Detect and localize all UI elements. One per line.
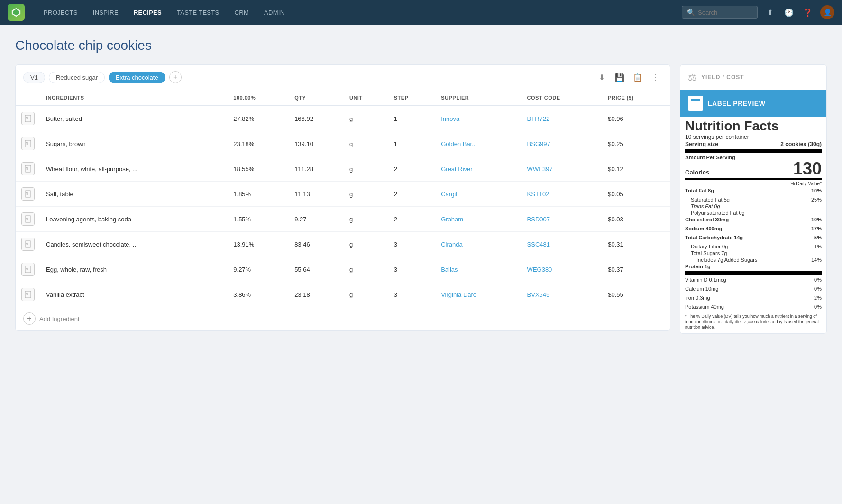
ingredient-supplier[interactable]: Ballas bbox=[435, 257, 521, 282]
svg-rect-19 bbox=[691, 101, 700, 101]
label-preview-title: LABEL PREVIEW bbox=[708, 100, 765, 107]
history-icon[interactable]: 🕐 bbox=[782, 6, 796, 19]
ingredient-unit: g bbox=[344, 282, 388, 307]
ingredient-price: $0.31 bbox=[602, 232, 670, 257]
ingredient-pct: 18.55% bbox=[228, 156, 289, 182]
ingredient-supplier[interactable]: Ciranda bbox=[435, 232, 521, 257]
ingredient-name: Butter, salted bbox=[40, 106, 228, 131]
upload-icon[interactable]: ⬆ bbox=[763, 6, 777, 19]
nf-serving-size-label: Serving size bbox=[685, 141, 718, 147]
nav-taste-tests[interactable]: TASTE TESTS bbox=[169, 0, 227, 25]
ingredient-qty: 139.10 bbox=[289, 131, 344, 156]
svg-rect-21 bbox=[691, 103, 697, 103]
nf-dv-header: % Daily Value* bbox=[685, 181, 822, 186]
ingredient-unit: g bbox=[344, 182, 388, 207]
svg-text:N: N bbox=[26, 142, 28, 145]
ingredient-cost-code[interactable]: SSC481 bbox=[522, 232, 603, 257]
ingredient-step: 3 bbox=[388, 282, 435, 307]
nav-recipes[interactable]: RECIPES bbox=[126, 0, 169, 25]
nf-rows-container: Total Fat 8g10%Saturated Fat 5g25%Trans … bbox=[685, 187, 822, 270]
ingredient-step: 2 bbox=[388, 182, 435, 207]
more-options-icon[interactable]: ⋮ bbox=[649, 71, 662, 84]
nav-projects[interactable]: PROJECTS bbox=[36, 0, 85, 25]
ingredient-qty: 23.18 bbox=[289, 282, 344, 307]
ingredient-cost-code[interactable]: BVX545 bbox=[522, 282, 603, 307]
copy-icon[interactable]: 📋 bbox=[631, 71, 644, 84]
ingredient-cost-code[interactable]: BTR722 bbox=[522, 106, 603, 131]
ingredient-supplier[interactable]: Golden Bar... bbox=[435, 131, 521, 156]
nf-row: Total Sugars 7g bbox=[685, 250, 822, 257]
col-qty: QTY bbox=[289, 90, 344, 106]
col-price: Price ($) bbox=[602, 90, 670, 106]
add-tab-button[interactable]: + bbox=[169, 71, 182, 83]
ingredient-name: Vanilla extract bbox=[40, 282, 228, 307]
ingredient-qty: 11.13 bbox=[289, 182, 344, 207]
nf-servings: 10 servings per container bbox=[685, 134, 822, 140]
ingredient-pct: 1.85% bbox=[228, 182, 289, 207]
table-row: N Egg, whole, raw, fresh 9.27% 55.64 g 3… bbox=[16, 257, 670, 282]
svg-text:N: N bbox=[26, 192, 28, 195]
nf-calories-row: Calories 130 bbox=[685, 160, 822, 177]
nav-admin[interactable]: ADMIN bbox=[256, 0, 292, 25]
col-ingredients: INGREDIENTS bbox=[40, 90, 228, 106]
search-box[interactable]: 🔍 bbox=[682, 6, 758, 19]
nf-footnote: * The % Daily Value (DV) tells you how m… bbox=[685, 312, 822, 330]
help-icon[interactable]: ❓ bbox=[801, 6, 815, 19]
tab-reduced-sugar[interactable]: Reduced sugar bbox=[49, 72, 105, 83]
ingredient-cost-code[interactable]: KST102 bbox=[522, 182, 603, 207]
ingredient-step: 3 bbox=[388, 232, 435, 257]
ingredient-name: Salt, table bbox=[40, 182, 228, 207]
download-icon[interactable]: ⬇ bbox=[595, 71, 608, 84]
table-row: N Wheat flour, white, all-purpose, ... 1… bbox=[16, 156, 670, 182]
nf-row: Dietary Fiber 0g1% bbox=[685, 243, 822, 250]
ingredient-supplier[interactable]: Graham bbox=[435, 207, 521, 232]
table-row: N Leavening agents, baking soda 1.55% 9.… bbox=[16, 207, 670, 232]
avatar[interactable]: 👤 bbox=[820, 5, 834, 19]
ingredient-step: 2 bbox=[388, 207, 435, 232]
ingredient-name: Leavening agents, baking soda bbox=[40, 207, 228, 232]
ingredient-qty: 83.46 bbox=[289, 232, 344, 257]
ingredient-unit: g bbox=[344, 207, 388, 232]
ingredient-cost-code[interactable]: BSG997 bbox=[522, 131, 603, 156]
ingredient-supplier[interactable]: Innova bbox=[435, 106, 521, 131]
ingredient-name: Egg, whole, raw, fresh bbox=[40, 257, 228, 282]
nav-crm[interactable]: CRM bbox=[227, 0, 257, 25]
nf-row: Protein 1g bbox=[685, 263, 822, 270]
label-preview-header[interactable]: LABEL PREVIEW bbox=[680, 90, 826, 117]
nf-row: Polyunsaturated Fat 0g bbox=[685, 210, 822, 216]
ingredient-cost-code[interactable]: WWF397 bbox=[522, 156, 603, 182]
ingredient-supplier[interactable]: Cargill bbox=[435, 182, 521, 207]
tab-extra-chocolate[interactable]: Extra chocolate bbox=[109, 72, 165, 83]
ingredient-cost-code[interactable]: BSD007 bbox=[522, 207, 603, 232]
ingredient-qty: 111.28 bbox=[289, 156, 344, 182]
tab-v1[interactable]: V1 bbox=[23, 72, 45, 83]
ingredient-step: 1 bbox=[388, 131, 435, 156]
ingredient-pct: 13.91% bbox=[228, 232, 289, 257]
page-title: Chocolate chip cookies bbox=[15, 38, 827, 53]
nf-vitamin-row: Vitamin D 0.1mcg0% bbox=[685, 276, 822, 283]
nf-calories-value: 130 bbox=[793, 160, 822, 177]
nf-title: Nutrition Facts bbox=[685, 119, 822, 133]
col-supplier: Supplier bbox=[435, 90, 521, 106]
app-logo[interactable] bbox=[8, 4, 25, 21]
ingredient-price: $0.05 bbox=[602, 182, 670, 207]
nf-row: Sodium 400mg17% bbox=[685, 225, 822, 232]
tab-actions: ⬇ 💾 📋 ⋮ bbox=[595, 71, 662, 84]
nav-inspire[interactable]: INSPIRE bbox=[85, 0, 126, 25]
ingredient-qty: 9.27 bbox=[289, 207, 344, 232]
table-row: N Salt, table 1.85% 11.13 g 2 Cargill KS… bbox=[16, 182, 670, 207]
nf-row: Cholesterol 30mg10% bbox=[685, 216, 822, 223]
nf-vitamin-row: Potassium 40mg0% bbox=[685, 303, 822, 310]
save-icon[interactable]: 💾 bbox=[613, 71, 626, 84]
search-input[interactable] bbox=[698, 9, 755, 16]
ingredient-icon: N bbox=[21, 212, 35, 226]
svg-text:N: N bbox=[26, 293, 28, 296]
ingredient-cost-code[interactable]: WEG380 bbox=[522, 257, 603, 282]
label-preview-icon bbox=[688, 96, 703, 111]
add-ingredient-row[interactable]: + Add Ingredient bbox=[16, 307, 670, 330]
ingredient-qty: 55.64 bbox=[289, 257, 344, 282]
ingredient-icon: N bbox=[21, 288, 35, 301]
ingredient-supplier[interactable]: Great River bbox=[435, 156, 521, 182]
ingredient-supplier[interactable]: Virginia Dare bbox=[435, 282, 521, 307]
nf-vitamin-row: Calcium 10mg0% bbox=[685, 285, 822, 292]
